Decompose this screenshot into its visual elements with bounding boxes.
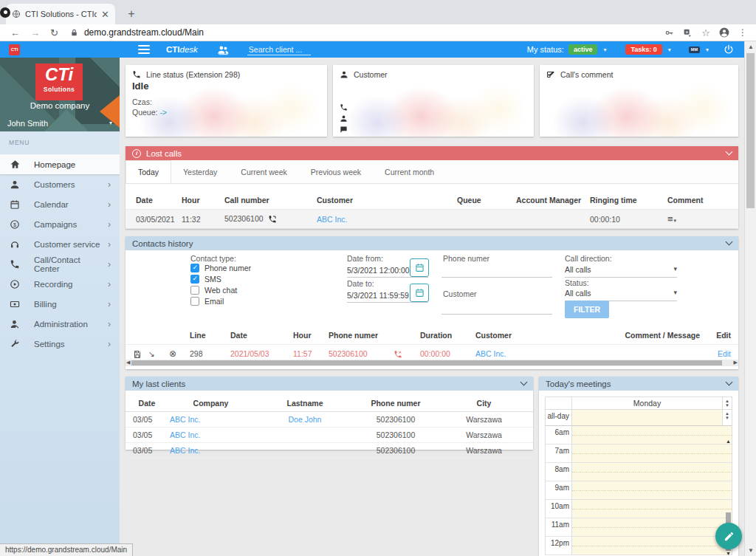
cell-company-link[interactable]: ABC Inc.: [168, 443, 253, 459]
browser-avatar-icon[interactable]: [719, 27, 729, 38]
missed-call-icon[interactable]: [394, 350, 402, 359]
translate-icon[interactable]: a: [683, 28, 693, 38]
contacts-history-header[interactable]: Contacts history: [126, 236, 738, 250]
callback-icon[interactable]: [268, 215, 277, 224]
lost-calls-header[interactable]: i Lost calls: [126, 146, 738, 160]
scroll-right-icon[interactable]: ▶: [734, 360, 738, 365]
scroll-up-icon[interactable]: ▲: [726, 439, 731, 444]
checkbox-checked-icon[interactable]: [190, 264, 199, 272]
tab-previous-week[interactable]: Previous week: [299, 160, 373, 183]
contact-type-email[interactable]: Email: [190, 297, 224, 306]
sidebar-item-campaigns[interactable]: $ Campaigns›: [0, 214, 120, 234]
hour-cell[interactable]: [572, 481, 732, 499]
clients-group-icon[interactable]: [217, 44, 230, 55]
comment-menu-icon[interactable]: ≡▾: [667, 213, 676, 224]
status-select[interactable]: All calls▾: [565, 289, 677, 301]
sidebar-item-calendar[interactable]: Calendar›: [0, 194, 120, 214]
page-scrollbar[interactable]: ▲ ▼: [744, 41, 756, 556]
tab-today[interactable]: Today: [126, 160, 171, 183]
date-from-picker-button[interactable]: [410, 258, 429, 277]
hour-cell[interactable]: [572, 518, 732, 536]
hour-cell[interactable]: [572, 463, 732, 481]
sidebar-item-settings[interactable]: Settings›: [0, 334, 120, 354]
new-tab-button[interactable]: +: [123, 6, 140, 24]
key-icon[interactable]: [664, 28, 674, 38]
sidebar-item-homepage[interactable]: Homepage: [0, 154, 120, 174]
collapse-chevron-icon[interactable]: [726, 238, 733, 246]
scroll-down-icon[interactable]: ▼: [745, 547, 756, 554]
date-to-picker-button[interactable]: [410, 284, 429, 302]
calendar-scroll-arrows[interactable]: ▲▼: [722, 410, 732, 425]
tab-yesterday[interactable]: Yesterday: [171, 160, 229, 183]
hour-cell[interactable]: [572, 537, 732, 555]
sidebar-item-call-contact-center[interactable]: Call/Contact Center›: [0, 254, 120, 274]
sidebar-item-customers[interactable]: Customers›: [0, 174, 120, 194]
call-customer-icon[interactable]: [340, 103, 348, 111]
checkbox-icon[interactable]: [190, 286, 199, 295]
cell-customer-link[interactable]: ABC Inc.: [314, 210, 454, 229]
language-caret-icon[interactable]: ▾: [706, 47, 709, 53]
sidebar-item-administration[interactable]: Administration›: [0, 314, 120, 334]
scroll-left-icon[interactable]: ◀: [126, 360, 130, 365]
hour-cell[interactable]: [572, 426, 732, 444]
tab-current-week[interactable]: Current week: [229, 160, 298, 183]
tab-current-month[interactable]: Current month: [373, 160, 446, 183]
filter-button[interactable]: FILTER: [565, 301, 609, 318]
contact-type-webchat[interactable]: Web chat: [190, 286, 237, 295]
cell-lastname-link[interactable]: Doe John: [253, 412, 357, 428]
hour-cell[interactable]: [572, 445, 732, 462]
new-meeting-fab[interactable]: [715, 523, 742, 549]
sidebar-item-billing[interactable]: Billing›: [0, 294, 120, 314]
checkbox-checked-icon[interactable]: [190, 275, 199, 284]
contact-type-phone[interactable]: Phone numer: [190, 264, 251, 272]
col-customer[interactable]: Customer: [314, 191, 454, 210]
tasks-badge[interactable]: Tasks: 0: [625, 44, 662, 55]
col-customer[interactable]: Customer: [473, 326, 562, 345]
user-menu[interactable]: John Smith ▾: [0, 114, 120, 131]
checkbox-icon[interactable]: [190, 297, 199, 306]
scroll-down-icon[interactable]: ▼: [726, 551, 731, 556]
forward-icon[interactable]: →: [30, 27, 40, 38]
status-caret-icon[interactable]: ▾: [603, 47, 606, 53]
language-icon[interactable]: MM: [689, 47, 700, 53]
save-note-icon[interactable]: [133, 350, 142, 359]
browser-menu-icon[interactable]: ⋮: [738, 27, 747, 38]
scroll-up-icon[interactable]: ▲: [745, 44, 756, 50]
bookmark-star-icon[interactable]: ☆: [701, 27, 710, 38]
back-icon[interactable]: ←: [10, 27, 20, 38]
search-input[interactable]: [247, 44, 311, 55]
url-text[interactable]: demo.grandstream.cloud/Main: [84, 27, 664, 38]
hour-cell[interactable]: [572, 500, 732, 518]
calendar-scroll-arrows[interactable]: ▲▼: [722, 397, 732, 409]
menu-toggle-icon[interactable]: [138, 43, 150, 56]
my-last-clients-header[interactable]: My last clients: [126, 377, 533, 391]
scrollbar-thumb[interactable]: [746, 53, 755, 208]
cell-company-link[interactable]: ABC Inc.: [168, 428, 253, 443]
browser-tab[interactable]: CTI Solutions - CTIdesk ✕: [6, 4, 115, 24]
collapse-chevron-icon[interactable]: [726, 148, 733, 156]
cell-company-link[interactable]: ABC Inc.: [168, 412, 253, 428]
cell-lastname-link[interactable]: [253, 443, 357, 459]
collapse-chevron-icon[interactable]: [520, 379, 528, 386]
allday-cell[interactable]: [572, 410, 722, 425]
sidebar-item-recording[interactable]: Recording›: [0, 274, 120, 294]
horizontal-scrollbar[interactable]: ◀ ▶: [126, 360, 738, 366]
tab-close-icon[interactable]: ✕: [101, 9, 109, 20]
lock-icon[interactable]: [70, 29, 78, 37]
cell-lastname-link[interactable]: [253, 428, 357, 443]
phone-number-filter-input[interactable]: [441, 266, 552, 278]
collapse-chevron-icon[interactable]: [726, 379, 733, 386]
browser-profile-icon[interactable]: [0, 7, 10, 18]
call-direction-select[interactable]: All calls▾: [565, 265, 677, 278]
tasks-caret-icon[interactable]: ▾: [668, 47, 671, 53]
contact-type-sms[interactable]: SMS: [190, 275, 221, 284]
todays-meetings-header[interactable]: Today's meetings: [539, 377, 738, 391]
customer-profile-icon[interactable]: [340, 114, 348, 123]
sidebar-item-customer-service[interactable]: Customer service›: [0, 234, 120, 254]
chat-bubble-icon[interactable]: [340, 126, 348, 134]
reload-icon[interactable]: ↻: [50, 27, 58, 38]
logout-power-icon[interactable]: [724, 44, 734, 55]
status-badge[interactable]: active: [568, 44, 598, 55]
customer-filter-input[interactable]: [441, 303, 552, 315]
scrollbar-thumb[interactable]: [131, 360, 722, 365]
